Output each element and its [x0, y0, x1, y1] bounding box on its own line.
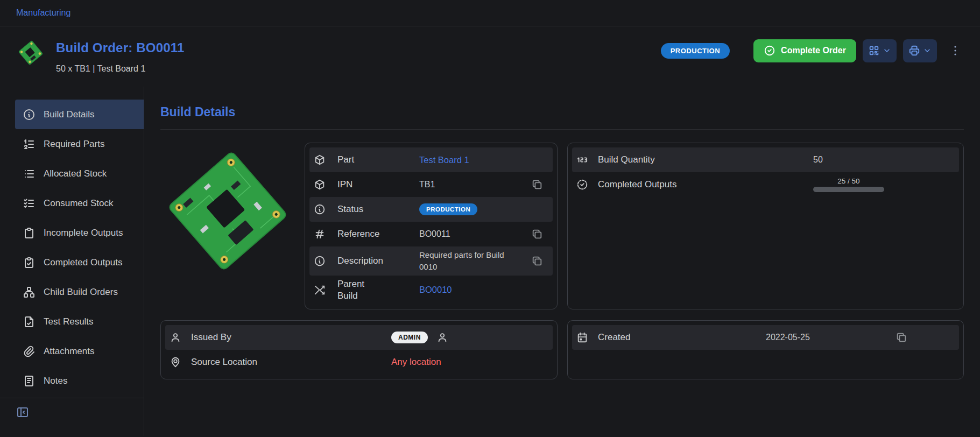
sitemap-icon — [23, 286, 36, 299]
main-content: Build Details — [144, 87, 980, 436]
file-check-icon — [23, 315, 36, 328]
qr-code-icon — [868, 45, 880, 57]
completed-outputs-progress: 25 / 50 — [813, 177, 884, 192]
row-source-location: Source Location Any location — [165, 350, 553, 375]
progress-track — [813, 187, 884, 192]
build-quantity-value: 50 — [813, 155, 955, 165]
detail-row-reference: Reference BO0011 — [309, 222, 553, 246]
sidebar-item-label: Completed Outputs — [44, 257, 122, 268]
copy-icon — [531, 255, 543, 267]
detail-label: Reference — [337, 228, 419, 240]
notes-icon — [23, 375, 36, 387]
ipn-value: TB1 — [419, 180, 529, 189]
sidebar-item-test-results[interactable]: Test Results — [15, 307, 144, 336]
part-thumbnail — [16, 38, 45, 67]
sidebar-item-label: Test Results — [44, 316, 94, 327]
sidebar-item-completed-outputs[interactable]: Completed Outputs — [15, 248, 144, 277]
copy-button[interactable] — [529, 177, 545, 193]
header-actions: PRODUCTION Complete Order — [661, 38, 964, 63]
hash-icon — [314, 228, 326, 240]
row-created: Created 2022-05-25 — [572, 325, 959, 350]
map-pin-icon — [170, 356, 181, 368]
print-actions-button[interactable] — [903, 39, 937, 62]
build-details-panel: Part Test Board 1 IPN TB1 Status PRODUCT… — [305, 143, 558, 309]
box-icon — [314, 154, 326, 166]
part-link[interactable]: Test Board 1 — [419, 155, 529, 165]
sidebar-item-required-parts[interactable]: Required Parts — [15, 129, 144, 159]
sidebar-collapse-icon — [16, 406, 29, 419]
chevron-down-icon — [883, 46, 891, 55]
sidebar-collapse-button[interactable] — [16, 406, 34, 419]
detail-row-parent-build: Parent Build BO0010 — [309, 276, 553, 305]
created-label: Created — [598, 332, 766, 343]
sidebar: Build Details Required Parts Allocated S… — [0, 87, 144, 436]
detail-label: Part — [337, 154, 419, 166]
breadcrumb: Manufacturing — [0, 0, 980, 26]
detail-row-status: Status PRODUCTION — [309, 197, 553, 222]
copy-button[interactable] — [529, 226, 545, 242]
row-issued-by: Issued By ADMIN — [165, 325, 553, 350]
dots-vertical-icon — [949, 44, 962, 57]
page-header: Build Order: BO0011 50 x TB1 | Test Boar… — [0, 26, 980, 87]
calendar-icon — [576, 332, 588, 343]
sidebar-item-allocated-stock[interactable]: Allocated Stock — [15, 159, 144, 188]
page-title: Build Order: BO0011 — [56, 38, 185, 55]
sidebar-item-notes[interactable]: Notes — [15, 366, 144, 396]
build-stats-panel: Build Quantity 50 Completed Outputs 25 /… — [567, 143, 964, 309]
stat-label: Completed Outputs — [598, 179, 813, 191]
printer-icon — [908, 45, 920, 57]
source-location-value: Any location — [391, 357, 548, 368]
detail-label: Parent Build — [337, 278, 372, 302]
stat-row-build-quantity: Build Quantity 50 — [572, 147, 959, 172]
source-location-label: Source Location — [191, 356, 391, 368]
admin-badge: ADMIN — [391, 332, 428, 343]
chevron-down-icon — [923, 46, 932, 55]
copy-icon — [896, 332, 907, 343]
detail-row-part: Part Test Board 1 — [309, 147, 553, 172]
part-image — [160, 143, 295, 309]
issued-by-value: ADMIN — [391, 332, 548, 343]
clipboard-check-icon — [23, 256, 36, 269]
sidebar-item-label: Child Build Orders — [44, 287, 118, 298]
issued-by-label: Issued By — [191, 332, 391, 343]
sidebar-item-label: Notes — [44, 376, 67, 386]
stat-label: Build Quantity — [598, 154, 813, 166]
breadcrumb-link-manufacturing[interactable]: Manufacturing — [16, 8, 70, 18]
sidebar-item-consumed-stock[interactable]: Consumed Stock — [15, 188, 144, 218]
created-panel: Created 2022-05-25 — [567, 320, 964, 379]
numbers-123-icon — [576, 154, 588, 166]
reference-value: BO0011 — [419, 229, 529, 239]
sidebar-item-build-details[interactable]: Build Details — [15, 100, 144, 129]
title-block: Build Order: BO0011 50 x TB1 | Test Boar… — [56, 38, 185, 74]
sidebar-item-label: Build Details — [44, 109, 95, 120]
box-icon — [314, 179, 326, 191]
detail-row-ipn: IPN TB1 — [309, 172, 553, 197]
section-heading: Build Details — [160, 105, 964, 119]
issued-panel: Issued By ADMIN Source Location Any loca… — [160, 320, 558, 379]
status-badge: PRODUCTION — [661, 43, 730, 59]
copy-button[interactable] — [893, 329, 910, 346]
sidebar-item-incomplete-outputs[interactable]: Incomplete Outputs — [15, 218, 144, 248]
info-circle-icon — [314, 255, 326, 267]
status-badge: PRODUCTION — [419, 203, 477, 215]
sidebar-item-label: Consumed Stock — [44, 198, 113, 209]
parent-build-link[interactable]: BO0010 — [419, 285, 529, 295]
clipboard-icon — [23, 227, 36, 239]
sidebar-item-child-build-orders[interactable]: Child Build Orders — [15, 277, 144, 307]
complete-order-label: Complete Order — [781, 46, 846, 55]
more-actions-button[interactable] — [947, 42, 964, 59]
copy-button[interactable] — [529, 253, 545, 269]
sidebar-item-attachments[interactable]: Attachments — [15, 336, 144, 366]
detail-label: Description — [337, 255, 419, 267]
circle-check-icon — [764, 45, 775, 57]
paperclip-icon — [23, 345, 36, 358]
copy-icon — [531, 228, 543, 240]
detail-label: Status — [337, 203, 419, 215]
list-check-icon — [23, 197, 36, 210]
list-numbers-icon — [23, 138, 36, 151]
info-circle-icon — [23, 108, 36, 121]
detail-label: IPN — [337, 179, 419, 191]
progress-check-icon — [576, 179, 588, 191]
complete-order-button[interactable]: Complete Order — [753, 39, 856, 62]
barcode-actions-button[interactable] — [863, 39, 897, 62]
